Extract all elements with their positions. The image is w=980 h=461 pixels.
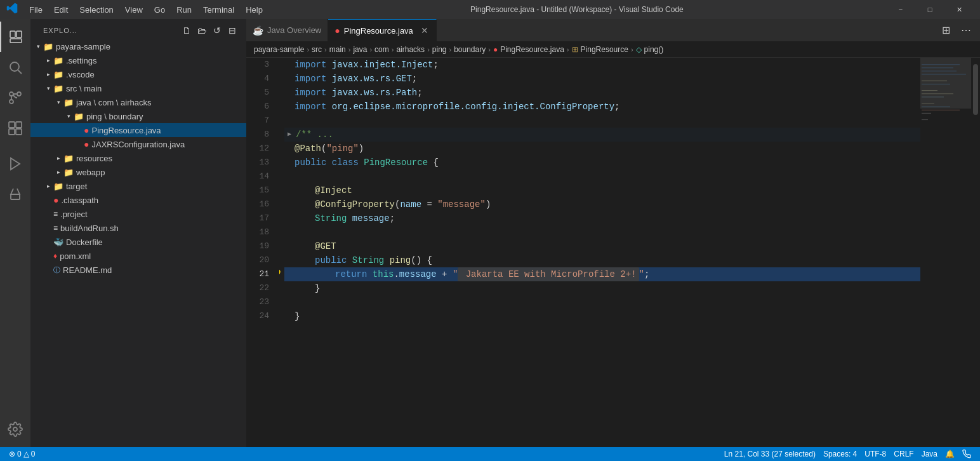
status-feedback[interactable]: 🔔 — [941, 447, 958, 461]
tree-item-dockerfile[interactable]: 🐳 Dockerfile — [30, 235, 246, 249]
code-line-22: } — [284, 281, 920, 295]
explorer-icon[interactable] — [0, 22, 30, 52]
folder-icon: 📁 — [63, 98, 74, 107]
tree-item-ping-boundary[interactable]: ▾ 📁 ping \ boundary — [30, 109, 246, 123]
search-icon[interactable] — [0, 52, 30, 83]
bc-java[interactable]: java — [353, 45, 367, 54]
refresh-button[interactable]: ↺ — [211, 24, 223, 37]
sidebar-title: EXPLO... — [43, 27, 77, 34]
tree-item-ping-resource[interactable]: ● PingResource.java — [30, 123, 246, 137]
tree-item-target[interactable]: ▸ 📁 target — [30, 179, 246, 193]
menu-file[interactable]: File — [24, 4, 48, 16]
bc-method-icon: ◇ — [636, 45, 642, 54]
error-dot-icon: ● — [84, 139, 89, 149]
bc-ping[interactable]: ping — [432, 45, 447, 54]
svg-point-7 — [10, 100, 13, 104]
tab-ping-resource[interactable]: ● PingResource.java ✕ — [328, 19, 437, 41]
menu-view[interactable]: View — [120, 4, 148, 16]
status-spaces[interactable]: Spaces: 4 — [819, 447, 861, 461]
menu-terminal[interactable]: Terminal — [198, 4, 239, 16]
minimize-button[interactable]: − — [886, 0, 915, 19]
settings-icon[interactable] — [0, 414, 30, 444]
svg-point-14 — [13, 427, 17, 431]
fold-arrow-icon[interactable]: ▶ — [284, 128, 295, 142]
tree-label: Dockerfile — [66, 237, 103, 247]
code-line-4: import javax.ws.rs.GET; — [284, 72, 920, 86]
error-dot-icon: ● — [53, 195, 58, 205]
status-encoding[interactable]: UTF-8 — [861, 447, 890, 461]
svg-rect-16 — [922, 67, 953, 68]
tree-item-resources[interactable]: ▸ 📁 resources — [30, 151, 246, 165]
close-button[interactable]: ✕ — [944, 0, 974, 19]
chevron-right-icon: ▸ — [43, 57, 53, 63]
tree-label: resources — [76, 154, 112, 163]
bc-filename[interactable]: PingResource.java — [500, 45, 564, 54]
collapse-button[interactable]: ⊟ — [226, 24, 239, 37]
source-control-icon[interactable] — [0, 83, 30, 113]
menu-run[interactable]: Run — [171, 4, 197, 16]
error-icon: ⊗ — [9, 450, 15, 458]
svg-rect-1 — [17, 31, 22, 37]
maximize-button[interactable]: □ — [915, 0, 944, 19]
tree-item-java-com[interactable]: ▾ 📁 java \ com \ airhacks — [30, 95, 246, 109]
tab-bar: ☕ Java Overview ● PingResource.java ✕ ⊞ … — [246, 19, 980, 41]
bc-sep: › — [392, 46, 394, 53]
new-folder-button[interactable]: 🗁 — [195, 24, 208, 37]
bc-sep: › — [631, 46, 633, 53]
bc-payara-sample[interactable]: payara-sample — [254, 45, 304, 54]
tree-item-build[interactable]: ≡ buildAndRun.sh — [30, 221, 246, 235]
more-actions-button[interactable]: ⋯ — [957, 22, 975, 39]
bc-method-name[interactable]: ping() — [644, 45, 664, 54]
tree-item-classpath[interactable]: ● .classpath — [30, 193, 246, 207]
menu-selection[interactable]: Selection — [74, 4, 118, 16]
minimap-canvas — [920, 58, 971, 447]
tree-item-readme[interactable]: ⓘ README.md — [30, 263, 246, 277]
bc-src[interactable]: src — [312, 45, 322, 54]
status-remote[interactable] — [958, 447, 975, 461]
menu-edit[interactable]: Edit — [49, 4, 73, 16]
tree-label: buildAndRun.sh — [60, 224, 119, 233]
tree-item-project[interactable]: ≡ .project — [30, 207, 246, 221]
scrollbar[interactable] — [971, 58, 980, 447]
test-icon[interactable] — [0, 179, 30, 210]
menu-go[interactable]: Go — [149, 4, 170, 16]
bc-main[interactable]: main — [329, 45, 346, 54]
code-content[interactable]: import javax.inject.Inject; import javax… — [279, 58, 920, 447]
line-num-13: 13 — [246, 156, 274, 170]
tree-item-pom[interactable]: ♦ pom.xml — [30, 249, 246, 263]
tab-close-button[interactable]: ✕ — [420, 25, 430, 36]
tree-item-webapp[interactable]: ▸ 📁 webapp — [30, 165, 246, 179]
tree-item-src-main[interactable]: ▾ 📁 src \ main — [30, 81, 246, 95]
lightbulb-icon[interactable]: 💡 — [279, 267, 282, 281]
status-errors[interactable]: ⊗ 0 △ 0 — [5, 447, 39, 461]
code-editor[interactable]: 3 4 5 6 7 8 12 13 14 15 16 17 18 19 20 2… — [246, 58, 980, 447]
split-editor-button[interactable]: ⊞ — [937, 22, 955, 39]
line-num-18: 18 — [246, 225, 274, 239]
code-line-6: import org.eclipse.microprofile.config.i… — [284, 100, 920, 114]
bc-com[interactable]: com — [374, 45, 389, 54]
extensions-icon[interactable] — [0, 113, 30, 144]
bc-boundary[interactable]: boundary — [454, 45, 486, 54]
tree-item-jaxrs[interactable]: ● JAXRSConfiguration.java — [30, 137, 246, 151]
code-line-21: 💡 return this.message + " Jakarta EE wit… — [284, 267, 920, 281]
status-position[interactable]: Ln 21, Col 33 (27 selected) — [720, 447, 819, 461]
menu-help[interactable]: Help — [241, 4, 268, 16]
code-line-20: public String ping() { — [284, 253, 920, 267]
run-debug-icon[interactable] — [0, 149, 30, 179]
tree-item-vscode[interactable]: ▸ 📁 .vscode — [30, 67, 246, 81]
tab-java-overview[interactable]: ☕ Java Overview — [246, 19, 328, 41]
new-file-button[interactable]: 🗋 — [180, 24, 193, 37]
bc-airhacks[interactable]: airhacks — [396, 45, 425, 54]
line-num-7: 7 — [246, 114, 274, 128]
folder-icon: 📁 — [63, 154, 74, 163]
status-language[interactable]: Java — [918, 447, 941, 461]
bc-class-name[interactable]: PingResource — [581, 45, 628, 54]
tree-item-payara-sample[interactable]: ▾ 📁 payara-sample — [30, 39, 246, 53]
line-num-14: 14 — [246, 170, 274, 184]
scrollbar-thumb[interactable] — [973, 64, 978, 115]
line-numbers: 3 4 5 6 7 8 12 13 14 15 16 17 18 19 20 2… — [246, 58, 279, 447]
tree-label: java \ com \ airhacks — [76, 98, 152, 107]
tree-item-settings[interactable]: ▸ 📁 .settings — [30, 53, 246, 67]
error-tab-icon: ● — [334, 25, 340, 36]
status-line-ending[interactable]: CRLF — [890, 447, 917, 461]
